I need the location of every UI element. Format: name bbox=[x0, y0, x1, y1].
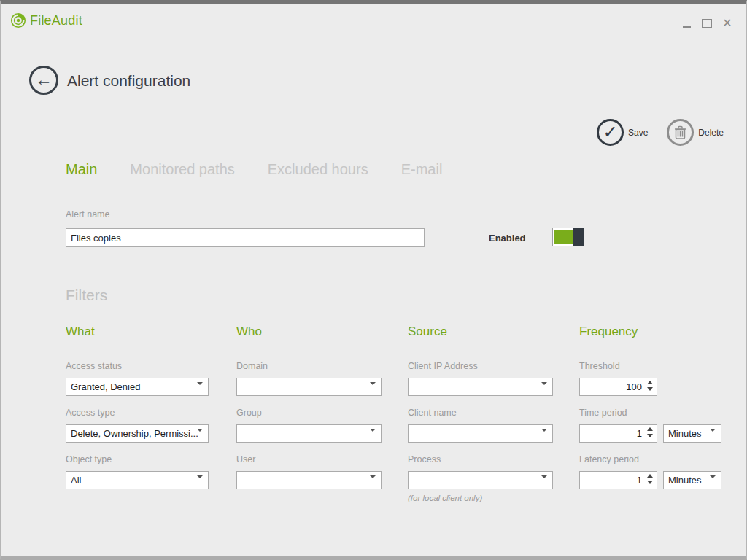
object-type-label: Object type bbox=[66, 454, 209, 464]
alert-name-label: Alert name bbox=[66, 209, 109, 219]
back-arrow-icon: ← bbox=[35, 71, 53, 88]
column-title-who: Who bbox=[236, 324, 382, 339]
close-icon[interactable]: ✕ bbox=[722, 18, 732, 28]
filter-column-who: Who Domain Group User bbox=[236, 324, 382, 501]
save-button[interactable]: ✓ Save bbox=[597, 119, 648, 146]
time-period-unit-dropdown[interactable]: Minutes bbox=[663, 424, 721, 443]
tab-excluded-hours[interactable]: Excluded hours bbox=[268, 161, 368, 178]
action-bar: ✓ Save Delete bbox=[597, 119, 724, 146]
user-dropdown[interactable] bbox=[236, 471, 382, 489]
chevron-down-icon bbox=[710, 478, 716, 489]
enabled-label: Enabled bbox=[489, 233, 526, 244]
fileaudit-window: FileAudit ✕ ← Alert configuration ✓ Save bbox=[0, 0, 747, 560]
domain-label: Domain bbox=[236, 361, 382, 371]
threshold-label: Threshold bbox=[579, 361, 746, 371]
alert-name-input[interactable] bbox=[66, 228, 425, 247]
titlebar: FileAudit ✕ bbox=[1, 4, 746, 44]
tab-bar: Main Monitored paths Excluded hours E-ma… bbox=[66, 161, 442, 178]
chevron-down-icon bbox=[541, 478, 547, 489]
object-type-value: All bbox=[71, 475, 81, 486]
access-type-dropdown[interactable]: Delete, Ownership, Permissi... bbox=[66, 424, 209, 443]
chevron-down-icon bbox=[541, 432, 547, 443]
chevron-down-icon bbox=[197, 385, 203, 396]
threshold-stepper[interactable]: 100 bbox=[579, 378, 657, 396]
delete-label: Delete bbox=[698, 128, 724, 138]
group-dropdown[interactable] bbox=[236, 424, 382, 443]
client-ip-dropdown[interactable] bbox=[408, 378, 553, 396]
stepper-arrows-icon[interactable] bbox=[647, 474, 653, 484]
time-period-value: 1 bbox=[637, 428, 642, 439]
chevron-down-icon bbox=[541, 385, 547, 396]
trash-icon bbox=[667, 119, 694, 146]
filter-column-frequency: Frequency Threshold 100 Time period 1 Mi… bbox=[579, 324, 746, 501]
back-button[interactable]: ← bbox=[29, 66, 58, 95]
chevron-down-icon bbox=[370, 385, 376, 396]
latency-period-label: Latency period bbox=[579, 454, 746, 464]
user-label: User bbox=[236, 454, 382, 464]
tab-main[interactable]: Main bbox=[66, 161, 97, 178]
stepper-arrows-icon[interactable] bbox=[647, 427, 653, 438]
chevron-down-icon bbox=[370, 432, 376, 443]
chevron-down-icon bbox=[710, 432, 716, 443]
app-logo: FileAudit bbox=[10, 12, 82, 28]
client-ip-label: Client IP Address bbox=[408, 361, 553, 371]
access-status-value: Granted, Denied bbox=[71, 381, 140, 392]
chevron-down-icon bbox=[370, 478, 376, 489]
access-status-dropdown[interactable]: Granted, Denied bbox=[66, 378, 209, 396]
latency-period-unit-value: Minutes bbox=[668, 475, 702, 486]
domain-dropdown[interactable] bbox=[236, 378, 382, 396]
time-period-label: Time period bbox=[579, 408, 746, 418]
time-period-unit-value: Minutes bbox=[668, 428, 702, 439]
column-title-what: What bbox=[66, 324, 209, 339]
object-type-dropdown[interactable]: All bbox=[66, 471, 209, 489]
toggle-handle bbox=[573, 228, 584, 246]
column-title-frequency: Frequency bbox=[579, 324, 746, 339]
process-note: (for local client only) bbox=[408, 494, 553, 502]
chevron-down-icon bbox=[197, 432, 203, 443]
client-name-dropdown[interactable] bbox=[408, 424, 553, 443]
access-status-label: Access status bbox=[66, 361, 209, 371]
maximize-icon[interactable] bbox=[702, 18, 712, 28]
latency-period-stepper[interactable]: 1 bbox=[579, 471, 657, 489]
process-label: Process bbox=[408, 454, 553, 464]
enabled-toggle[interactable] bbox=[552, 228, 584, 246]
page-title: Alert configuration bbox=[67, 72, 190, 90]
client-name-label: Client name bbox=[408, 408, 553, 418]
save-label: Save bbox=[628, 128, 648, 138]
tab-monitored-paths[interactable]: Monitored paths bbox=[130, 161, 234, 178]
delete-button[interactable]: Delete bbox=[667, 119, 724, 146]
window-controls: ✕ bbox=[681, 18, 732, 28]
minimize-icon[interactable] bbox=[681, 18, 692, 28]
tab-email[interactable]: E-mail bbox=[401, 161, 443, 178]
latency-period-value: 1 bbox=[637, 475, 642, 486]
column-title-source: Source bbox=[408, 324, 553, 339]
filters-heading: Filters bbox=[66, 287, 107, 304]
filter-column-what: What Access status Granted, Denied Acces… bbox=[66, 324, 209, 501]
threshold-value: 100 bbox=[626, 381, 642, 392]
chevron-down-icon bbox=[197, 478, 203, 489]
app-title: FileAudit bbox=[30, 13, 82, 28]
access-type-value: Delete, Ownership, Permissi... bbox=[71, 428, 198, 439]
fileaudit-logo-icon bbox=[10, 12, 26, 28]
process-dropdown[interactable] bbox=[408, 471, 553, 489]
stepper-arrows-icon[interactable] bbox=[647, 381, 653, 391]
toggle-on-track bbox=[554, 230, 573, 244]
filter-column-source: Source Client IP Address Client name Pro… bbox=[408, 324, 553, 514]
check-icon: ✓ bbox=[597, 119, 624, 146]
latency-period-unit-dropdown[interactable]: Minutes bbox=[663, 471, 721, 489]
group-label: Group bbox=[236, 408, 382, 418]
time-period-stepper[interactable]: 1 bbox=[579, 424, 657, 443]
access-type-label: Access type bbox=[66, 408, 209, 418]
